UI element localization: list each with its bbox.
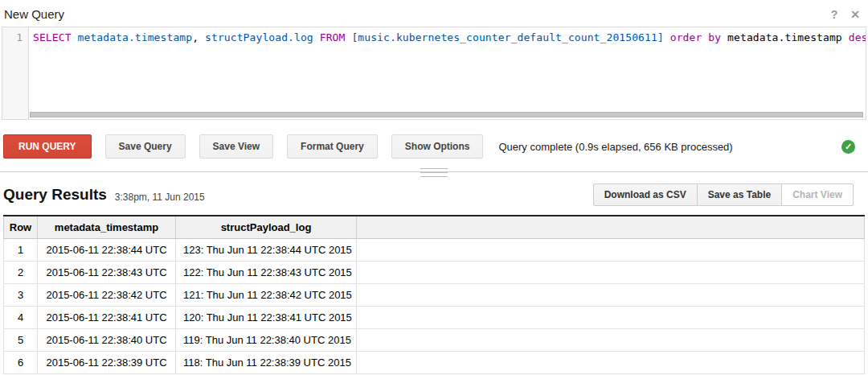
log-cell: 123: Thu Jun 11 22:38:44 UTC 2015 [176,238,357,261]
page-title: New Query [4,7,64,21]
timestamp-cell: 2015-06-11 22:38:39 UTC [38,351,176,373]
code-area[interactable]: SELECT metadata.timestamp, structPayload… [29,27,866,119]
help-icon[interactable]: ? [831,8,838,21]
row-number-cell: 3 [4,283,38,306]
code-token-identifier: metadata.timestamp [78,31,193,43]
save-as-table-button[interactable]: Save as Table [697,183,783,206]
filler-cell [357,351,865,373]
row-number-cell: 6 [4,351,38,373]
table-row: 32015-06-11 22:38:42 UTC121: Thu Jun 11 … [4,283,865,306]
timestamp-cell: 2015-06-11 22:38:43 UTC [38,261,176,283]
code-line: SELECT metadata.timestamp, structPayload… [33,31,866,43]
column-header-metadata_timestamp: metadata_timestamp [38,216,176,238]
row-number-cell: 4 [4,306,38,328]
filler-cell [357,283,865,306]
results-timestamp: 3:38pm, 11 Jun 2015 [115,192,205,203]
row-number-cell: 5 [4,328,38,351]
code-token-identifier: [music.kubernetes_counter_default_count_… [351,31,663,43]
column-header-Row: Row [4,216,38,238]
filler-cell [357,306,865,328]
splitter-divider [0,171,868,172]
table-row: 22015-06-11 22:38:43 UTC122: Thu Jun 11 … [4,261,865,283]
code-token-plain [313,31,320,43]
save-query-button[interactable]: Save Query [105,134,186,159]
table-row: 62015-06-11 22:38:39 UTC118: Thu Jun 11 … [4,351,865,373]
query-editor[interactable]: 1 SELECT metadata.timestamp, structPaylo… [2,27,866,120]
table-row: 42015-06-11 22:38:41 UTC120: Thu Jun 11 … [4,306,865,328]
log-cell: 122: Thu Jun 11 22:38:43 UTC 2015 [176,261,357,283]
table-row: 52015-06-11 22:38:40 UTC119: Thu Jun 11 … [4,328,865,351]
panel-icons: ? ✕ [831,8,860,21]
splitter-handle[interactable] [420,167,448,177]
log-cell: 120: Thu Jun 11 22:38:41 UTC 2015 [176,306,357,328]
code-token-keyword: SELECT [33,31,72,43]
code-token-keyword: order [670,31,702,43]
row-number-cell: 2 [4,261,38,283]
splitter-bar [420,176,448,177]
toolbar: RUN QUERY Save QuerySave ViewFormat Quer… [3,134,865,159]
results-title: Query Results [3,186,107,204]
run-query-button[interactable]: RUN QUERY [3,134,92,159]
chart-view-button: Chart View [781,183,854,206]
column-header-filler [357,216,865,238]
results-action-group: Download as CSVSave as TableChart View [593,183,854,206]
success-check-icon: ✓ [841,140,855,154]
download-as-csv-button[interactable]: Download as CSV [593,183,698,206]
timestamp-cell: 2015-06-11 22:38:44 UTC [38,238,176,261]
timestamp-cell: 2015-06-11 22:38:41 UTC [38,306,176,328]
code-token-plain [72,31,78,43]
code-token-keyword: desc [849,31,866,43]
query-status-text: Query complete (0.9s elapsed, 656 KB pro… [498,141,732,153]
results-table: Rowmetadata_timestampstructPayload_log 1… [3,215,865,374]
toolbar-buttons: Save QuerySave ViewFormat QueryShow Opti… [92,134,484,159]
column-header-structPayload_log: structPayload_log [176,216,357,238]
panel-header: New Query ? ✕ [0,0,868,23]
save-view-button[interactable]: Save View [199,134,274,159]
code-token-plain [664,31,670,43]
log-cell: 119: Thu Jun 11 22:38:40 UTC 2015 [176,328,357,351]
results-header: Query Results 3:38pm, 11 Jun 2015 Downlo… [3,183,865,207]
log-cell: 121: Thu Jun 11 22:38:42 UTC 2015 [176,283,357,306]
show-options-button[interactable]: Show Options [391,134,484,159]
editor-horizontal-scrollbar[interactable] [30,112,863,117]
row-number-cell: 1 [4,238,38,261]
filler-cell [357,328,865,351]
log-cell: 118: Thu Jun 11 22:38:39 UTC 2015 [176,351,357,373]
table-header-row: Rowmetadata_timestampstructPayload_log [4,216,865,238]
code-token-keyword: by [708,31,721,43]
splitter-bar [420,172,448,173]
timestamp-cell: 2015-06-11 22:38:40 UTC [38,328,176,351]
timestamp-cell: 2015-06-11 22:38:42 UTC [38,283,176,306]
editor-gutter: 1 [2,27,29,119]
splitter-bar [420,168,448,169]
close-icon[interactable]: ✕ [850,8,860,21]
code-token-plain: , [192,31,205,43]
line-number: 1 [16,31,23,43]
format-query-button[interactable]: Format Query [287,134,378,159]
code-token-identifier: structPayload.log [205,31,313,43]
filler-cell [357,238,865,261]
code-token-keyword: FROM [320,31,346,43]
table-row: 12015-06-11 22:38:44 UTC123: Thu Jun 11 … [4,238,865,261]
filler-cell [357,261,865,283]
code-token-plain: metadata.timestamp [721,31,849,43]
